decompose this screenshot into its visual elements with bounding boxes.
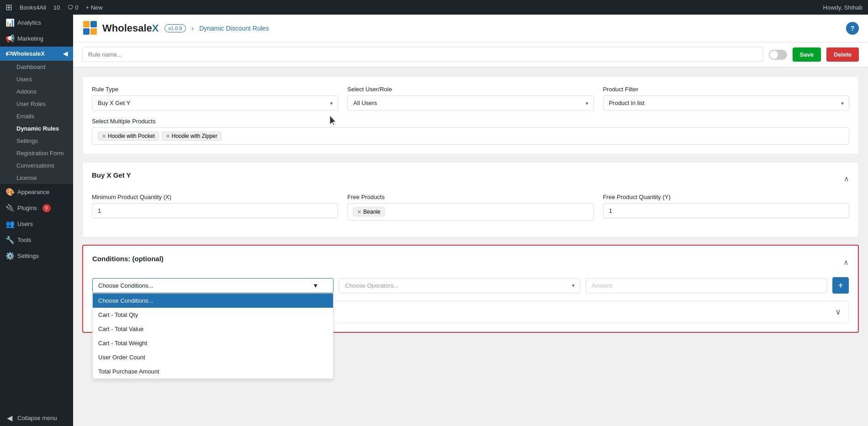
sidebar-item-users-top[interactable]: 👥 Users xyxy=(0,216,73,232)
sidebar-item-emails[interactable]: Emails xyxy=(0,110,73,122)
wholesalex-icon: 🏷 xyxy=(5,50,11,57)
sidebar-item-marketing[interactable]: 📢 Marketing xyxy=(0,31,73,47)
plugins-icon: 🔌 xyxy=(5,204,14,212)
sidebar-item-users[interactable]: Users xyxy=(0,73,73,85)
sidebar-item-registration-form[interactable]: Registration Form xyxy=(0,147,73,159)
dropdown-item-total-purchase[interactable]: Total Purchase Amount xyxy=(93,364,333,379)
svg-rect-0 xyxy=(83,21,90,27)
updates-item[interactable]: 10 xyxy=(53,4,60,11)
min-qty-field: Minimum Product Quantity (X) xyxy=(92,194,338,221)
free-product-tag-beanie: ✕ Beanie xyxy=(353,207,384,216)
products-tag-input[interactable]: ✕ Hoodie with Pocket ✕ Hoodie with Zippe… xyxy=(92,127,849,145)
min-qty-label: Minimum Product Quantity (X) xyxy=(92,194,338,200)
rule-type-select[interactable]: Buy X Get Y xyxy=(92,95,338,110)
operators-select[interactable]: Choose Operators... xyxy=(339,278,580,293)
conditions-dropdown-container: Choose Conditions... ▼ Choose Conditions… xyxy=(92,278,333,293)
sidebar-item-user-roles[interactable]: User Roles xyxy=(0,98,73,110)
product-filter-select-wrapper: Product in list xyxy=(603,95,849,110)
product-filter-label: Product Filter xyxy=(603,86,849,93)
conditions-dropdown-value: Choose Conditions... xyxy=(98,282,153,289)
rule-top-bar: Save Delete xyxy=(73,42,868,67)
marketing-icon: 📢 xyxy=(5,34,14,43)
sidebar-item-settings[interactable]: Settings xyxy=(0,135,73,147)
dropdown-item-cart-value[interactable]: Cart - Total Value xyxy=(93,322,333,336)
conditions-row: Choose Conditions... ▼ Choose Conditions… xyxy=(92,277,849,294)
sidebar-collapse-menu[interactable]: ◀ Collapse menu xyxy=(0,410,73,426)
howdy-text: Howdy, Shihab xyxy=(823,4,863,11)
content-area: WholesaleX v1.0.9 › Dynamic Discount Rul… xyxy=(73,15,868,426)
sidebar-item-plugins[interactable]: 🔌 Plugins 9 xyxy=(0,200,73,216)
plugins-badge: 9 xyxy=(42,204,51,212)
sidebar-item-appearance[interactable]: 🎨 Appearance xyxy=(0,184,73,200)
product-filter-field: Product Filter Product in list xyxy=(603,86,849,110)
delete-button[interactable]: Delete xyxy=(826,47,859,62)
form-area: Rule Type Buy X Get Y Select User/Role xyxy=(73,67,868,342)
comments-item[interactable]: 🗨 0 xyxy=(67,4,78,11)
rule-name-input[interactable] xyxy=(82,47,763,62)
min-qty-input[interactable] xyxy=(92,203,338,218)
rule-type-select-wrapper: Buy X Get Y xyxy=(92,95,338,110)
remove-tag-icon-2[interactable]: ✕ xyxy=(166,133,170,139)
remove-free-product-icon[interactable]: ✕ xyxy=(357,209,361,215)
save-button[interactable]: Save xyxy=(793,47,821,62)
conditions-dropdown-arrow-icon: ▼ xyxy=(312,282,318,289)
sidebar-item-conversations[interactable]: Conversations xyxy=(0,159,73,172)
dropdown-item-cart-qty[interactable]: Cart - Total Qty xyxy=(93,308,333,322)
wholesalex-menu: 🏷 WholesaleX ◀ Dashboard Users Addons Us… xyxy=(0,47,73,184)
user-role-label: Select User/Role xyxy=(347,86,593,93)
buy-x-get-y-header: Buy X Get Y ∧ xyxy=(92,171,849,186)
rule-type-field: Rule Type Buy X Get Y xyxy=(92,86,338,110)
add-icon: + xyxy=(838,280,843,291)
user-role-select-wrapper: All Users xyxy=(347,95,593,110)
sidebar-item-analytics[interactable]: 📊 Analytics xyxy=(0,15,73,31)
conditions-title: Conditions: (optional) xyxy=(92,255,164,263)
help-button[interactable]: ? xyxy=(846,22,859,35)
buy-x-get-y-title: Buy X Get Y xyxy=(92,171,131,179)
amount-input[interactable] xyxy=(586,278,827,293)
free-product-qty-input[interactable] xyxy=(603,203,849,218)
conditions-dropdown-trigger[interactable]: Choose Conditions... ▼ xyxy=(92,278,333,293)
conditions-collapse-button[interactable]: ∧ xyxy=(843,258,849,267)
free-products-tag-input[interactable]: ✕ Beanie xyxy=(347,203,593,221)
breadcrumb-text: Dynamic Discount Rules xyxy=(199,25,269,32)
select-products-field: Select Multiple Products ✕ Hoodie with P… xyxy=(92,118,849,145)
sidebar-item-dynamic-rules[interactable]: Dynamic Rules xyxy=(0,122,73,135)
rule-toggle[interactable] xyxy=(769,50,787,60)
chevron-up-icon: ∧ xyxy=(844,175,849,183)
operators-wrapper: Choose Operators... xyxy=(339,278,580,293)
new-button[interactable]: + New xyxy=(86,4,103,11)
dropdown-item-cart-weight[interactable]: Cart - Total Weight xyxy=(93,336,333,350)
breadcrumb-arrow-icon: › xyxy=(191,25,194,32)
svg-rect-1 xyxy=(90,21,97,27)
rule-type-card: Rule Type Buy X Get Y Select User/Role xyxy=(82,76,859,154)
add-condition-button[interactable]: + xyxy=(832,277,849,294)
free-product-qty-field: Free Product Quantity (Y) xyxy=(603,194,849,221)
product-tag-hoodie-pocket: ✕ Hoodie with Pocket xyxy=(98,131,159,141)
wp-logo-icon: ⊞ xyxy=(5,2,12,12)
dropdown-item-choose[interactable]: Choose Conditions... xyxy=(93,294,333,308)
site-name[interactable]: Books4All xyxy=(20,4,46,11)
product-tag-hoodie-zipper: ✕ Hoodie with Zipper xyxy=(162,131,222,141)
sidebar-item-tools[interactable]: 🔧 Tools xyxy=(0,232,73,248)
collapse-icon: ◀ xyxy=(5,414,14,422)
svg-rect-2 xyxy=(83,28,90,35)
user-role-field: Select User/Role All Users xyxy=(347,86,593,110)
wholesalex-menu-header[interactable]: 🏷 WholesaleX ◀ xyxy=(0,47,73,61)
buy-x-get-y-collapse-button[interactable]: ∧ xyxy=(844,174,849,183)
buy-x-get-y-grid: Minimum Product Quantity (X) Free Produc… xyxy=(92,194,849,221)
wholesalex-logo-icon xyxy=(82,20,99,37)
select-products-label: Select Multiple Products xyxy=(92,118,849,125)
sidebar-item-settings-top[interactable]: ⚙️ Settings xyxy=(0,248,73,264)
buy-x-get-y-card: Buy X Get Y ∧ Minimum Product Quantity (… xyxy=(82,162,859,237)
sidebar-item-addons[interactable]: Addons xyxy=(0,85,73,98)
svg-rect-3 xyxy=(90,28,97,35)
sidebar-item-dashboard[interactable]: Dashboard xyxy=(0,61,73,73)
conditions-header: Conditions: (optional) ∧ xyxy=(92,255,849,270)
sidebar-item-license[interactable]: License xyxy=(0,172,73,184)
settings-icon: ⚙️ xyxy=(5,252,14,260)
remove-tag-icon[interactable]: ✕ xyxy=(102,133,106,139)
free-products-field: Free Products ✕ Beanie xyxy=(347,194,593,221)
user-role-select[interactable]: All Users xyxy=(347,95,593,110)
product-filter-select[interactable]: Product in list xyxy=(603,95,849,110)
dropdown-item-user-order[interactable]: User Order Count xyxy=(93,350,333,364)
